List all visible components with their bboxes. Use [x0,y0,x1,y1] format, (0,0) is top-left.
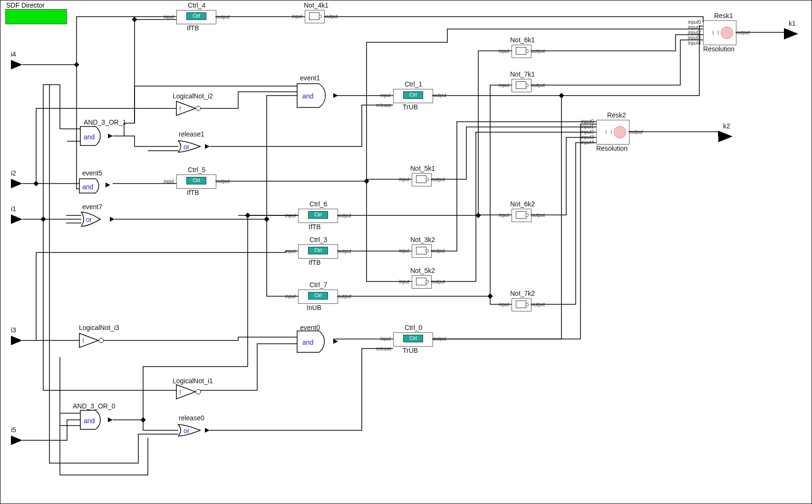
ctrl4-block[interactable]: Ctrl [176,10,216,24]
not5k2-block[interactable] [412,275,432,289]
ctrl4-title: Ctrl_4 [188,1,205,9]
port-label: input0 [581,119,594,124]
ctrl7-block[interactable]: Ctrl [298,290,338,304]
diagram-canvas: SDF Director i4 i2 i1 i3 i5 k1 k2 Ctrl_4… [0,0,812,504]
not6k2-block[interactable] [512,209,532,222]
input-i1-label: i1 [11,205,16,213]
not4k1-inner [309,12,319,20]
resk1-block[interactable]: ⁞ ⁞ [703,20,736,45]
not5k2-title: Not_5k2 [410,267,435,274]
not5k1-block[interactable] [412,173,432,186]
not6k2-title: Not_6k2 [510,200,535,208]
svg-point-17 [196,106,201,111]
output-k1[interactable] [784,28,798,39]
svg-text:and: and [84,417,95,425]
sdf-director[interactable] [5,9,67,24]
not7k1-block[interactable] [512,79,532,92]
svg-text:and: and [302,339,313,346]
not6k1-block[interactable] [512,45,532,58]
port-label: output [432,248,445,253]
ctrl-inner: Ctrl [403,335,423,342]
port-label: input [499,302,509,307]
not-inner-icon [516,47,526,55]
ctrl3-block[interactable]: Ctrl [298,244,338,259]
not7k2-title: Not_7k2 [510,290,535,297]
ctrl0-title: Ctrl_0 [405,324,422,331]
port-label: input [499,213,509,218]
port-label: input1 [688,25,701,30]
not4k1-block[interactable] [305,10,325,23]
port-label: input [499,83,509,88]
not6k1-title: Not_6k1 [510,36,535,44]
svg-rect-10 [559,93,564,98]
port-label: input [164,179,174,184]
input-i3[interactable] [11,336,22,345]
ctrl6-title: Ctrl_6 [309,200,327,208]
lognoti2-title: LogicalNot_i2 [173,92,213,100]
output-k2[interactable] [718,131,733,142]
svg-rect-7 [132,17,137,22]
svg-rect-5 [487,293,493,299]
ctrl-inner: Ctrl [308,211,328,219]
svg-rect-1 [33,181,39,186]
ctrl5-sub: IfTB [187,189,199,196]
not7k2-block[interactable] [512,298,532,311]
ctrl1-block[interactable]: Ctrl [393,89,433,103]
port-label: input2 [688,30,701,35]
not3k2-title: Not_3k2 [410,236,435,243]
ctrl-inner: Ctrl [186,177,206,184]
ctrl7-sub: InUB [307,304,321,311]
svg-rect-4 [475,213,481,218]
not4k1-title: Not_4k1 [304,1,329,9]
input-i5[interactable] [11,436,22,445]
svg-text:or: or [184,143,190,151]
input-i2[interactable] [11,179,22,188]
svg-marker-26 [333,339,338,344]
not3k2-block[interactable] [412,244,432,258]
resk2-title: Resk2 [607,111,626,119]
ctrl6-block[interactable]: Ctrl [298,209,338,223]
ctrl6-sub: IfTB [309,223,321,231]
port-label: output [629,129,643,135]
ctrl5-block[interactable]: Ctrl [176,174,216,189]
output-k2-label: k2 [723,122,730,130]
port-label: input [285,294,296,299]
port-label: output [433,93,446,98]
port-label: input [292,14,302,19]
ctrl3-title: Ctrl_3 [309,236,327,243]
port-label: input3 [581,135,594,140]
res-dots-icon: ⁞ ⁞ [712,29,720,36]
svg-text:!: ! [82,337,84,345]
svg-point-23 [99,338,104,343]
not-inner-icon [416,175,426,183]
release1-title: release1 [179,130,204,138]
port-label: input [164,14,174,19]
svg-marker-20 [205,144,210,149]
port-label: output [338,249,351,254]
svg-rect-9 [245,213,250,218]
res-dots-icon: ⁞ ⁞ [605,129,613,136]
and3or0-title: AND_3_OR_0 [73,402,116,410]
not-inner-icon [516,211,526,219]
input-i4[interactable] [11,60,22,69]
port-label: input [380,336,391,341]
port-label: output [532,302,545,307]
port-label: input0 [688,19,701,25]
port-label: output [432,177,445,182]
ctrl4-sub: IfTB [187,24,199,32]
port-label: input [285,249,296,254]
resk2-block[interactable]: ⁞ ⁞ [596,120,629,145]
svg-text:or: or [184,427,190,435]
ctrl5-title: Ctrl_5 [188,166,205,174]
lognoti1-title: LogicalNot_i1 [173,377,213,385]
sdf-director-label: SDF Director [6,1,45,9]
port-label: output [532,213,545,218]
ctrl-inner: Ctrl [403,91,423,99]
input-i1[interactable] [11,214,22,224]
port-label: release [376,103,392,108]
svg-rect-6 [264,216,269,222]
ctrl0-block[interactable]: Ctrl [393,332,433,347]
input-i4-label: i4 [11,50,16,58]
ctrl7-title: Ctrl_7 [309,281,327,289]
port-label: output [216,14,230,19]
